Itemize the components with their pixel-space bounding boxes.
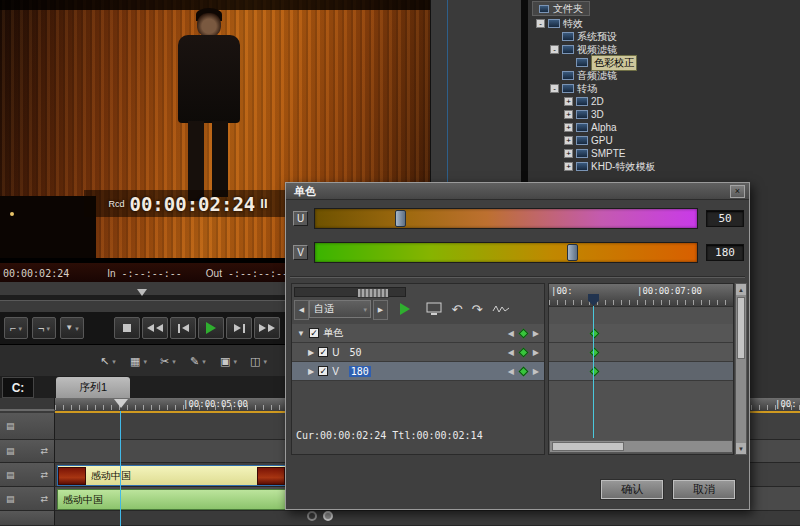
param-row-v[interactable]: ▶ ✓ V 180 ◀ ▶	[292, 362, 544, 381]
keyframe-diamond[interactable]	[590, 347, 600, 357]
u-slider[interactable]	[314, 208, 698, 229]
v-value-field[interactable]: 180	[706, 244, 744, 261]
preset-prev-button[interactable]: ◀	[294, 300, 309, 320]
v-slider[interactable]	[314, 242, 698, 263]
track-swap-icon[interactable]: ⇄	[40, 446, 48, 456]
keyframe-lane-monochrome[interactable]	[549, 324, 733, 343]
confirm-button[interactable]: 确认	[601, 480, 663, 499]
waveform-toggle-button[interactable]	[490, 301, 512, 317]
param-row-u[interactable]: ▶ ✓ U 50 ◀ ▶	[292, 343, 544, 362]
fast-forward-button[interactable]	[254, 317, 280, 339]
track-header-2[interactable]: ▤ ⇄	[0, 440, 55, 463]
add-keyframe-button[interactable]	[518, 366, 528, 376]
undo-button[interactable]: ↶	[448, 300, 466, 318]
keyframe-play-button[interactable]	[392, 300, 418, 318]
dialog-close-button[interactable]: ×	[730, 185, 745, 198]
u-checkbox[interactable]: ✓	[318, 347, 328, 357]
vertical-scrollbar-thumb[interactable]	[737, 297, 745, 359]
track-display-icon[interactable]: ▤	[6, 470, 15, 480]
param-value-editing[interactable]: 180	[349, 366, 371, 377]
tree-expand-icon[interactable]: +	[564, 123, 573, 132]
tree-collapse-icon[interactable]: -	[550, 84, 559, 93]
monochrome-checkbox[interactable]: ✓	[309, 328, 319, 338]
marker-menu-button[interactable]: ▼ ▾	[60, 317, 84, 339]
timeline-playhead-handle[interactable]	[114, 399, 128, 408]
tree-item-smpte[interactable]: + SMPTE	[564, 147, 625, 160]
folder-panel-tab[interactable]: 文件夹	[532, 1, 590, 16]
prev-keyframe-button[interactable]: ◀	[508, 329, 514, 338]
param-value[interactable]: 50	[349, 347, 361, 358]
tree-collapse-icon[interactable]: -	[550, 45, 559, 54]
cancel-button[interactable]: 取消	[673, 480, 735, 499]
keyframe-zoom-slider[interactable]	[294, 287, 406, 297]
play-button[interactable]	[198, 317, 224, 339]
tree-item-alpha[interactable]: + Alpha	[564, 121, 617, 134]
add-keyframe-button[interactable]	[518, 328, 528, 338]
next-keyframe-button[interactable]: ▶	[533, 329, 539, 338]
stop-button[interactable]	[114, 317, 140, 339]
sequence-tab[interactable]: 序列1	[56, 377, 130, 398]
prev-keyframe-button[interactable]: ◀	[508, 348, 514, 357]
keyframe-diamond[interactable]	[590, 366, 600, 376]
scrub-playhead[interactable]	[137, 289, 147, 296]
zoom-slider-thumb[interactable]	[357, 288, 389, 298]
scrollbar-down-button[interactable]: ▼	[736, 443, 746, 454]
tree-item-effects[interactable]: - 特效	[536, 17, 583, 30]
vertical-scrollbar[interactable]: ▲ ▼	[735, 283, 747, 455]
cut-tool-button[interactable]: ✂ ▾	[160, 353, 176, 369]
keyframe-diamond[interactable]	[590, 328, 600, 338]
tree-item-transitions[interactable]: - 转场	[550, 82, 597, 95]
tree-item-color-correction[interactable]: 色彩校正	[564, 56, 637, 69]
preset-next-button[interactable]: ▶	[373, 300, 388, 320]
tree-collapse-icon[interactable]: -	[536, 19, 545, 28]
next-frame-button[interactable]	[226, 317, 252, 339]
v-slider-thumb[interactable]	[567, 244, 578, 261]
pencil-tool-button[interactable]: ✎ ▾	[190, 353, 206, 369]
horizontal-scrollbar[interactable]	[549, 440, 733, 453]
keyframe-ruler[interactable]: |00: |00:00:07:00	[549, 284, 733, 307]
tree-item-gpu[interactable]: + GPU	[564, 134, 613, 147]
keyframe-lane-v[interactable]	[549, 362, 733, 381]
track-swap-icon[interactable]: ⇄	[40, 494, 48, 504]
expand-collapsed-icon[interactable]: ▶	[308, 348, 314, 357]
tree-item-khd-template[interactable]: + KHD-特效模板	[564, 160, 655, 173]
v-checkbox[interactable]: ✓	[318, 366, 328, 376]
preset-combobox[interactable]: 自适 ▾	[309, 300, 371, 318]
track-header-title[interactable]: ▤ ⇄	[0, 487, 55, 511]
next-keyframe-button[interactable]: ▶	[533, 348, 539, 357]
keyframe-lane-u[interactable]	[549, 343, 733, 362]
mark-out-button[interactable]: ¬ ▾	[32, 317, 56, 339]
panel-tool-button[interactable]: ▣ ▾	[220, 353, 237, 369]
scrollbar-up-button[interactable]: ▲	[736, 284, 746, 295]
previous-frame-button[interactable]	[170, 317, 196, 339]
track-swap-icon[interactable]: ⇄	[40, 470, 48, 480]
mark-in-button[interactable]: ⌐ ▾	[4, 317, 28, 339]
timeline-clip-video[interactable]: 感动中国	[57, 465, 286, 486]
expand-open-icon[interactable]: ▼	[297, 329, 305, 338]
dialog-title-bar[interactable]: 单色	[286, 183, 749, 200]
tree-expand-icon[interactable]: +	[564, 162, 573, 171]
expand-collapsed-icon[interactable]: ▶	[308, 367, 314, 376]
track-header-video[interactable]: ▤ ⇄	[0, 463, 55, 487]
prev-keyframe-button[interactable]: ◀	[508, 367, 514, 376]
grid-tool-button[interactable]: ▦ ▾	[130, 353, 147, 369]
tree-expand-icon[interactable]: +	[564, 110, 573, 119]
track-display-icon[interactable]: ▤	[6, 494, 15, 504]
tree-item-system-presets[interactable]: 系统预设	[550, 30, 617, 43]
tree-expand-icon[interactable]: +	[564, 136, 573, 145]
next-keyframe-button[interactable]: ▶	[533, 367, 539, 376]
param-row-monochrome[interactable]: ▼ ✓ 单色 ◀ ▶	[292, 324, 544, 343]
tree-item-2d[interactable]: + 2D	[564, 95, 604, 108]
rewind-button[interactable]	[142, 317, 168, 339]
tree-item-3d[interactable]: + 3D	[564, 108, 604, 121]
tree-expand-icon[interactable]: +	[564, 149, 573, 158]
horizontal-scrollbar-thumb[interactable]	[552, 442, 624, 451]
redo-button[interactable]: ↷	[468, 300, 486, 318]
select-tool-button[interactable]: ↖ ▾	[100, 353, 116, 369]
monitor-toggle-button[interactable]	[424, 301, 444, 317]
track-header-1[interactable]: ▤	[0, 413, 55, 440]
add-keyframe-button[interactable]	[518, 347, 528, 357]
tree-expand-icon[interactable]: +	[564, 97, 573, 106]
timeline-clip-title[interactable]: 感动中国	[57, 489, 286, 510]
u-value-field[interactable]: 50	[706, 210, 744, 227]
